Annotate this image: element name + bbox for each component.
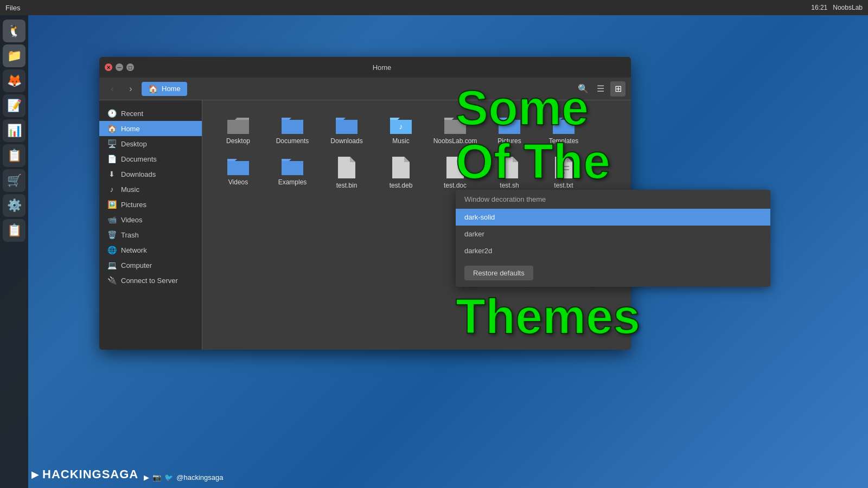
window-close-button[interactable]: ✕ [105, 63, 112, 71]
sidebar-label-pictures: Pictures [121, 201, 146, 209]
folder-examples-icon [280, 156, 304, 176]
file-name-noobslab: NoobsLab.com [433, 137, 477, 145]
sidebar-label-videos: Videos [121, 216, 143, 224]
sidebar-item-recent[interactable]: 🕐 Recent [99, 106, 202, 121]
sidebar: 🕐 Recent 🏠 Home 🖥️ Desktop 📄 Documents ⬇… [99, 100, 202, 350]
list-view-button[interactable]: ☰ [593, 81, 608, 97]
sidebar-item-trash[interactable]: 🗑️ Trash [99, 227, 202, 242]
file-item-music[interactable]: ♪ Music [374, 109, 428, 150]
file-item-testsh[interactable]: test.sh [482, 150, 537, 195]
file-item-documents[interactable]: Documents [265, 109, 320, 150]
topbar-app-title: Files [5, 4, 20, 12]
grid-view-button[interactable]: ⊞ [610, 81, 626, 97]
file-name-pictures: Pictures [497, 137, 521, 145]
recent-icon: 🕐 [107, 109, 117, 118]
sidebar-label-computer: Computer [121, 261, 152, 269]
folder-templates-icon [552, 114, 576, 135]
taskbar-text-icon[interactable]: 📝 [3, 94, 25, 117]
restore-defaults-button[interactable]: Restore defaults [464, 266, 533, 280]
window-titlebar: ✕ ─ □ Home [99, 57, 631, 78]
watermark-social-links: ▶ 📷 🐦 @hackingsaga [144, 473, 223, 481]
file-name-testdeb: test.deb [390, 182, 413, 189]
music-icon: ♪ [107, 185, 117, 194]
file-item-desktop[interactable]: Desktop [211, 109, 265, 150]
taskbar-folder-icon[interactable]: 📁 [3, 44, 25, 67]
network-icon: 🌐 [107, 246, 117, 254]
file-item-testdeb[interactable]: test.deb [374, 150, 428, 195]
home-icon: 🏠 [107, 124, 117, 133]
location-text: Home [162, 85, 181, 93]
search-button[interactable]: 🔍 [576, 81, 591, 97]
sidebar-item-documents[interactable]: 📄 Documents [99, 151, 202, 166]
settings-option-darker2[interactable]: darker2d [456, 242, 770, 259]
file-name-testdoc: test.doc [444, 182, 467, 189]
taskbar: 🐧 📁 🦊 📝 📊 📋 🛒 ⚙️ 📋 [0, 15, 28, 488]
file-item-downloads[interactable]: Downloads [320, 109, 374, 150]
play-icon: ▶ [31, 468, 39, 480]
forward-button[interactable]: › [123, 81, 138, 97]
taskbar-files-icon[interactable]: 🐧 [3, 20, 25, 42]
social-twitter-icon: 🐦 [164, 473, 173, 481]
taskbar-sheet-icon[interactable]: 📊 [3, 119, 25, 142]
toolbar: ‹ › 🏠 Home 🔍 ☰ ⊞ [99, 78, 631, 100]
window-minimize-button[interactable]: ─ [116, 63, 123, 71]
file-name-testsh: test.sh [500, 182, 519, 189]
taskbar-settings-icon[interactable]: ⚙️ [3, 194, 25, 217]
sidebar-item-pictures[interactable]: 🖼️ Pictures [99, 197, 202, 212]
file-item-noobslab[interactable]: NoobsLab.com [428, 109, 482, 150]
file-name-videos: Videos [228, 178, 248, 186]
sidebar-item-music[interactable]: ♪ Music [99, 182, 202, 197]
file-item-testdoc[interactable]: test.doc [428, 150, 482, 195]
sidebar-item-network[interactable]: 🌐 Network [99, 242, 202, 258]
file-name-music: Music [392, 137, 409, 145]
file-sh-icon [500, 156, 519, 179]
taskbar-browser-icon[interactable]: 🦊 [3, 69, 25, 92]
settings-option-darker[interactable]: darker [456, 226, 770, 242]
sidebar-label-connect: Connect to Server [121, 277, 178, 285]
settings-option-dark-solid[interactable]: dark-solid [456, 209, 770, 226]
back-button[interactable]: ‹ [105, 81, 120, 97]
sidebar-label-home: Home [121, 125, 140, 133]
file-name-examples: Examples [278, 178, 307, 186]
topbar-left: Files [5, 4, 20, 12]
taskbar-notes-icon[interactable]: 📋 [3, 144, 25, 167]
settings-button-bar: Restore defaults [456, 259, 770, 287]
computer-icon: 💻 [107, 261, 117, 269]
window-maximize-button[interactable]: □ [126, 63, 134, 71]
social-instagram-icon: 📷 [152, 473, 161, 481]
location-pill[interactable]: 🏠 Home [142, 82, 187, 96]
settings-theme-label: Window decoration theme [456, 190, 770, 209]
trash-icon: 🗑️ [107, 230, 117, 239]
social-youtube-icon: ▶ [144, 473, 149, 481]
taskbar-store-icon[interactable]: 🛒 [3, 169, 25, 192]
downloads-icon: ⬇ [107, 170, 117, 178]
sidebar-label-desktop: Desktop [121, 140, 147, 148]
pictures-icon: 🖼️ [107, 200, 117, 209]
sidebar-label-downloads: Downloads [121, 170, 156, 178]
file-item-videos[interactable]: Videos [211, 150, 265, 195]
desktop-icon: 🖥️ [107, 139, 117, 148]
documents-icon: 📄 [107, 155, 117, 163]
toolbar-actions: 🔍 ☰ ⊞ [576, 81, 626, 97]
file-item-templates[interactable]: Templates [537, 109, 591, 150]
file-doc-icon [445, 156, 465, 179]
folder-noobslab-icon [443, 114, 467, 135]
topbar-right: 16:21 NoobsLab [811, 4, 863, 11]
sidebar-item-downloads[interactable]: ⬇ Downloads [99, 166, 202, 182]
folder-desktop-icon [226, 114, 250, 135]
taskbar-list-icon[interactable]: 📋 [3, 219, 25, 242]
sidebar-item-connect[interactable]: 🔌 Connect to Server [99, 273, 202, 288]
file-item-testbin[interactable]: test.bin [320, 150, 374, 195]
file-item-testtxt[interactable]: test.txt [537, 150, 591, 195]
sidebar-item-home[interactable]: 🏠 Home [99, 121, 202, 136]
folder-music-icon: ♪ [389, 114, 413, 135]
file-item-examples[interactable]: Examples [265, 150, 320, 195]
sidebar-item-videos[interactable]: 📹 Videos [99, 212, 202, 227]
file-name-documents: Documents [276, 137, 309, 145]
sidebar-label-documents: Documents [121, 155, 157, 163]
sidebar-label-music: Music [121, 185, 139, 194]
sidebar-item-computer[interactable]: 💻 Computer [99, 258, 202, 273]
window-title: Home [138, 63, 626, 72]
sidebar-item-desktop[interactable]: 🖥️ Desktop [99, 136, 202, 151]
file-item-pictures[interactable]: Pictures [482, 109, 537, 150]
